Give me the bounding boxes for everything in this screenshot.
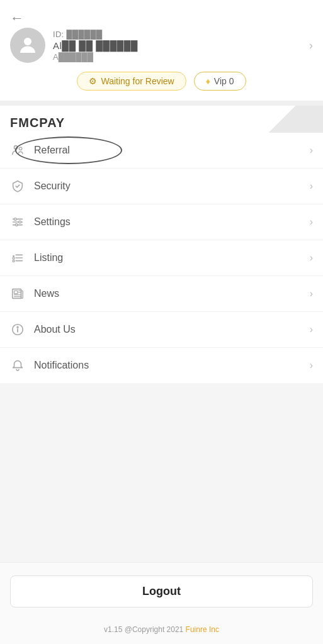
menu-label-about-us: About Us [34,324,76,335]
menu-label-news: News [34,288,59,299]
profile-chevron: › [309,39,313,52]
profile-section: ID: ██████ Al██ ██ ██████ A██████ › ⚙ Wa… [0,28,323,101]
menu-item-left: Listing [10,250,63,265]
avatar-icon [16,34,39,57]
avatar [10,28,45,63]
menu-item-news[interactable]: News › [0,276,323,312]
profile-info: ID: ██████ Al██ ██ ██████ A██████ [53,30,138,62]
logout-button[interactable]: Logout [10,575,313,608]
profile-name: Al██ ██ ██████ [53,40,138,51]
badges-row: ⚙ Waiting for Review ♦ Vip 0 [10,72,313,91]
svg-point-0 [24,38,31,45]
svg-point-2 [19,147,22,150]
waiting-badge[interactable]: ⚙ Waiting for Review [77,72,186,91]
brand-bg-decoration [197,106,323,133]
svg-point-6 [14,218,17,221]
svg-point-1 [14,146,18,150]
menu-item-left: About Us [10,322,76,337]
menu-item-left: Security [10,179,71,194]
menu-list: Referral › Security › [0,133,323,383]
svg-rect-14 [13,257,14,259]
menu-label-settings: Settings [34,216,71,228]
menu-label-referral: Referral [34,145,70,156]
footer-brand: Fuinre Inc [186,625,219,634]
svg-rect-22 [21,291,23,298]
menu-item-left: Referral [10,143,70,158]
svg-point-8 [15,224,18,226]
menu-chevron-security: › [310,180,313,192]
menu-item-left: Settings [10,214,71,230]
bell-icon [10,358,25,373]
vip-badge[interactable]: ♦ Vip 0 [194,72,246,91]
menu-item-listing[interactable]: Listing › [0,240,323,276]
menu-item-settings[interactable]: Settings › [0,204,323,240]
footer: v1.15 @Copyright 2021 Fuinre Inc [0,620,323,644]
logout-section: Logout [0,562,323,620]
profile-left: ID: ██████ Al██ ██ ██████ A██████ [10,28,138,63]
list-plus-icon [10,250,25,265]
waiting-label: Waiting for Review [101,76,174,86]
menu-item-about-us[interactable]: About Us › [0,312,323,348]
spacer [0,383,323,562]
menu-item-left: Notifications [10,358,89,373]
back-button[interactable]: ← [10,9,29,28]
divider-1 [0,101,323,106]
menu-item-security[interactable]: Security › [0,169,323,204]
menu-item-referral[interactable]: Referral › [0,133,323,169]
svg-rect-17 [14,291,18,294]
vip-label: Vip 0 [214,76,234,86]
info-circle-icon [10,322,25,337]
svg-rect-15 [13,260,14,262]
profile-sub: A██████ [53,52,138,62]
profile-id: ID: ██████ [53,30,138,39]
footer-version: v1.15 @Copyright 2021 [104,625,186,634]
menu-chevron-news: › [310,288,313,299]
menu-label-security: Security [34,180,71,192]
waiting-icon: ⚙ [89,76,97,86]
header: ← [0,0,323,28]
diamond-icon: ♦ [206,76,210,86]
menu-item-notifications[interactable]: Notifications › [0,348,323,383]
profile-row[interactable]: ID: ██████ Al██ ██ ██████ A██████ › [10,28,313,63]
menu-chevron-about-us: › [310,324,313,335]
menu-label-notifications: Notifications [34,360,89,371]
menu-chevron-listing: › [310,252,313,264]
menu-chevron-notifications: › [310,360,313,371]
menu-chevron-referral: › [310,145,313,156]
menu-chevron-settings: › [310,216,313,228]
sliders-icon [10,214,25,230]
brand-section: FMCPAY [0,106,323,133]
svg-point-25 [17,326,18,328]
shield-icon [10,179,25,194]
brand-title: FMCPAY [10,116,65,130]
menu-label-listing: Listing [34,252,63,264]
person-referral-icon [10,143,25,158]
svg-point-7 [19,221,21,223]
newspaper-icon [10,286,25,301]
menu-item-left: News [10,286,59,301]
